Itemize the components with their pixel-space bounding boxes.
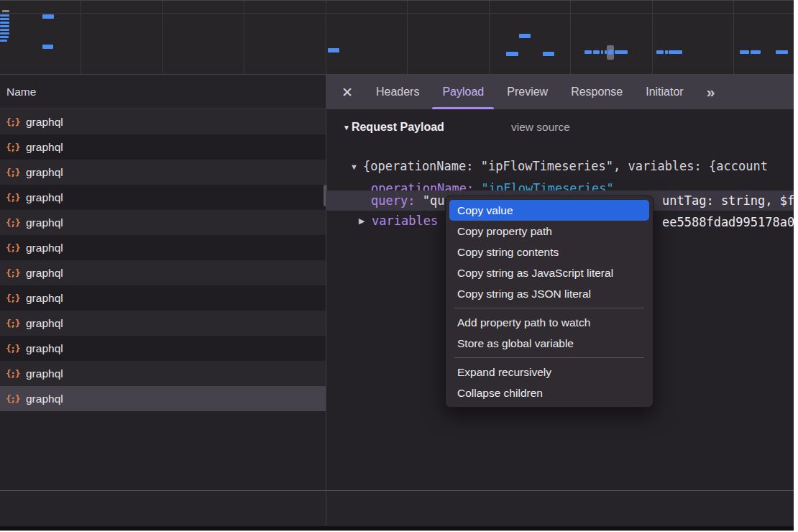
- request-row-graphql[interactable]: {;}graphql: [0, 210, 326, 235]
- network-overview-timeline[interactable]: [0, 0, 794, 75]
- menu-item-add-property-path-to-watch[interactable]: Add property path to watch: [449, 312, 649, 333]
- request-row-graphql[interactable]: {;}graphql: [0, 336, 326, 361]
- pane-divider-footer: [326, 491, 326, 526]
- request-timing-bar: [584, 50, 592, 54]
- request-timing-bar: [615, 50, 628, 54]
- request-timing-bar: [0, 22, 9, 24]
- request-timing-bar: [0, 36, 9, 38]
- request-timing-bar: [593, 50, 600, 54]
- json-braces-icon: {;}: [6, 217, 19, 228]
- request-name-label: graphql: [26, 242, 63, 254]
- json-braces-icon: {;}: [6, 167, 19, 178]
- request-timing-bar: [656, 50, 664, 54]
- details-tab-bar: ✕ HeadersPayloadPreviewResponseInitiator…: [326, 75, 794, 109]
- variables-row[interactable]: variables: [372, 214, 438, 228]
- pane-divider[interactable]: [326, 75, 326, 526]
- menu-item-copy-value[interactable]: Copy value: [449, 200, 649, 221]
- request-row-graphql[interactable]: {;}graphql: [0, 160, 326, 185]
- expand-triangle-icon[interactable]: ▼: [350, 162, 358, 171]
- name-column-header[interactable]: Name: [0, 75, 326, 109]
- request-row-graphql[interactable]: {;}graphql: [0, 311, 326, 336]
- json-braces-icon: {;}: [6, 393, 19, 404]
- request-timing-bar: [0, 32, 9, 35]
- tab-initiator[interactable]: Initiator: [646, 75, 683, 109]
- request-name-label: graphql: [26, 267, 63, 280]
- json-braces-icon: {;}: [6, 343, 19, 354]
- tab-preview[interactable]: Preview: [507, 75, 548, 109]
- context-menu: Copy valueCopy property pathCopy string …: [445, 196, 653, 408]
- request-name-label: graphql: [26, 141, 63, 154]
- overview-gridline: [0, 13, 794, 14]
- menu-item-collapse-children[interactable]: Collapse children: [449, 382, 649, 403]
- window-bottom-edge: [0, 526, 794, 531]
- request-row-graphql[interactable]: {;}graphql: [0, 185, 326, 210]
- request-timing-bar: [665, 50, 668, 54]
- name-column-label: Name: [6, 86, 36, 98]
- menu-item-copy-property-path[interactable]: Copy property path: [449, 221, 649, 242]
- json-braces-icon: {;}: [6, 142, 19, 152]
- request-row-graphql[interactable]: {;}graphql: [0, 235, 326, 260]
- request-timing-bar: [0, 40, 7, 42]
- menu-item-copy-string-as-json-literal[interactable]: Copy string as JSON literal: [449, 283, 649, 304]
- menu-item-expand-recursively[interactable]: Expand recursively: [449, 362, 649, 382]
- request-row-graphql[interactable]: {;}graphql: [0, 386, 326, 411]
- request-name-label: graphql: [26, 292, 63, 305]
- request-row-graphql[interactable]: {;}graphql: [0, 361, 326, 386]
- request-name-label: graphql: [26, 342, 63, 355]
- menu-item-copy-string-as-javascript-literal[interactable]: Copy string as JavaScript literal: [449, 262, 649, 283]
- collapse-triangle-icon[interactable]: ▼: [343, 124, 350, 132]
- overview-gridline: [244, 1, 244, 74]
- json-braces-icon: {;}: [6, 267, 19, 278]
- menu-separator: [454, 357, 644, 358]
- request-name-label: graphql: [26, 191, 63, 204]
- json-braces-icon: {;}: [6, 242, 19, 253]
- overview-gridline: [733, 1, 734, 74]
- view-source-link[interactable]: view source: [511, 121, 570, 134]
- more-tabs-icon[interactable]: »: [707, 83, 715, 101]
- overview-gridline: [81, 1, 81, 74]
- overview-gridline: [326, 1, 326, 74]
- json-braces-icon: {;}: [6, 116, 19, 127]
- request-name-label: graphql: [26, 367, 63, 380]
- request-timing-bar: [751, 50, 761, 54]
- overview-gridline: [489, 1, 490, 74]
- menu-item-store-as-global-variable[interactable]: Store as global variable: [449, 333, 649, 354]
- request-timing-bar: [0, 14, 9, 17]
- request-name-label: graphql: [26, 116, 63, 129]
- request-timing-bar: [601, 50, 603, 54]
- close-icon[interactable]: ✕: [341, 86, 353, 99]
- tab-headers[interactable]: Headers: [376, 75, 419, 109]
- request-row-graphql[interactable]: {;}graphql: [0, 260, 326, 285]
- query-row[interactable]: query: "qu: [371, 193, 444, 208]
- tab-payload[interactable]: Payload: [442, 75, 484, 109]
- request-name-label: graphql: [26, 393, 63, 405]
- menu-separator: [454, 308, 644, 308]
- overview-gridline: [407, 1, 408, 74]
- request-payload-section[interactable]: ▼ Request Payload: [343, 119, 444, 135]
- overview-gridline: [570, 1, 571, 74]
- request-row-graphql[interactable]: {;}graphql: [0, 109, 326, 134]
- variables-value-right-fragment: ee5588fdad995178a0: [662, 215, 794, 229]
- request-timing-bar: [42, 14, 54, 19]
- expand-triangle-icon[interactable]: ▶: [359, 216, 364, 226]
- json-braces-icon: {;}: [6, 368, 19, 379]
- overview-gridline: [652, 1, 653, 74]
- property-value-fragment: "qu: [423, 193, 445, 208]
- request-row-graphql[interactable]: {;}graphql: [0, 285, 326, 311]
- json-braces-icon: {;}: [6, 192, 19, 203]
- request-name-label: graphql: [26, 317, 63, 330]
- request-payload-title: Request Payload: [352, 121, 444, 134]
- request-timing-bar: [2, 10, 9, 12]
- request-timing-bar: [669, 50, 682, 54]
- tab-response[interactable]: Response: [571, 75, 623, 109]
- request-name-label: graphql: [26, 166, 63, 179]
- request-timing-bar: [0, 25, 9, 27]
- request-timing-bar: [0, 29, 9, 31]
- json-braces-icon: {;}: [6, 293, 19, 303]
- request-timing-bar: [543, 52, 554, 56]
- property-key: variables: [372, 214, 438, 228]
- menu-item-copy-string-contents[interactable]: Copy string contents: [449, 242, 649, 262]
- property-key: query:: [371, 193, 415, 208]
- overview-gridline: [162, 1, 163, 74]
- request-row-graphql[interactable]: {;}graphql: [0, 134, 326, 160]
